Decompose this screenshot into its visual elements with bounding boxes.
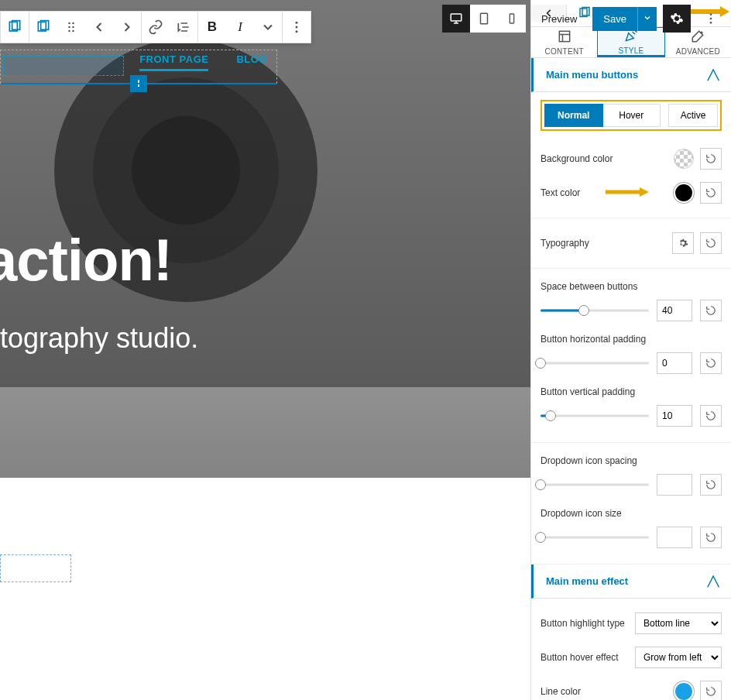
svg-rect-1 bbox=[481, 13, 488, 24]
svg-point-13 bbox=[72, 26, 74, 29]
panel-main-menu-buttons[interactable]: Main menu buttons ╱╲ bbox=[531, 58, 731, 92]
v-padding-input[interactable] bbox=[657, 405, 692, 427]
v-padding-slider[interactable] bbox=[541, 410, 649, 421]
dd-spacing-slider[interactable] bbox=[541, 479, 649, 490]
nav-item-front-page[interactable]: FRONT PAGE bbox=[139, 50, 208, 65]
tab-content-label: CONTENT bbox=[544, 47, 583, 56]
settings-button[interactable] bbox=[663, 5, 691, 33]
typography-label: Typography bbox=[541, 238, 589, 249]
text-color-label: Text color bbox=[541, 187, 580, 198]
panel-main-menu-buttons-body: Normal Hover Active Background color Tex… bbox=[531, 92, 731, 564]
device-desktop-button[interactable] bbox=[442, 5, 470, 33]
state-toggle-group: Normal Hover Active bbox=[541, 100, 722, 131]
svg-rect-0 bbox=[451, 14, 462, 21]
v-padding-block: Button vertical padding bbox=[541, 382, 722, 434]
h-padding-label: Button horizontal padding bbox=[541, 334, 722, 345]
save-dropdown-button[interactable] bbox=[637, 7, 657, 31]
panel-main-menu-effect-body: Button highlight type Bottom line Button… bbox=[531, 599, 731, 700]
state-hover-button[interactable]: Hover bbox=[603, 104, 661, 127]
state-normal-button[interactable]: Normal bbox=[544, 104, 603, 127]
dd-size-reset[interactable] bbox=[700, 527, 722, 548]
settings-sidebar: Menu Item CONTENT STYLE ADVANCED Main me… bbox=[530, 0, 731, 700]
v-padding-reset[interactable] bbox=[700, 405, 722, 427]
save-button[interactable]: Save bbox=[592, 7, 637, 31]
annotation-arrow-icon bbox=[604, 187, 650, 200]
svg-point-4 bbox=[710, 18, 712, 20]
move-right-button[interactable] bbox=[113, 12, 141, 43]
hover-effect-select[interactable]: Grow from left bbox=[635, 647, 722, 668]
block-toolbar: B I bbox=[0, 11, 311, 43]
panel-main-menu-effect-label: Main menu effect bbox=[546, 575, 628, 587]
text-color-reset[interactable] bbox=[700, 182, 722, 204]
parent-block-icon[interactable] bbox=[29, 12, 57, 43]
h-padding-reset[interactable] bbox=[700, 352, 722, 374]
submenu-button[interactable] bbox=[170, 12, 197, 43]
bold-button[interactable]: B bbox=[198, 12, 226, 43]
svg-rect-2 bbox=[510, 14, 513, 23]
highlight-type-select[interactable]: Bottom line bbox=[635, 612, 722, 634]
svg-point-18 bbox=[296, 30, 298, 33]
dd-spacing-block: Dropdown icon spacing bbox=[541, 451, 722, 503]
h-padding-input[interactable] bbox=[657, 352, 692, 374]
chevron-up-icon: ╱╲ bbox=[708, 576, 719, 587]
dd-size-block: Dropdown icon size bbox=[541, 503, 722, 556]
space-between-input[interactable] bbox=[657, 300, 692, 321]
line-color-reset[interactable] bbox=[700, 681, 722, 700]
empty-block-placeholder[interactable] bbox=[0, 554, 71, 582]
text-color-swatch[interactable] bbox=[674, 183, 694, 203]
italic-button[interactable]: I bbox=[226, 12, 254, 43]
preview-link[interactable]: Preview bbox=[532, 13, 586, 25]
chevron-up-icon: ╱╲ bbox=[708, 70, 719, 81]
block-type-icon[interactable] bbox=[1, 12, 29, 43]
tab-advanced-label: ADVANCED bbox=[676, 47, 720, 56]
device-mobile-button[interactable] bbox=[498, 5, 526, 33]
highlight-type-label: Button highlight type bbox=[541, 618, 625, 629]
highlight-type-row: Button highlight type Bottom line bbox=[541, 606, 722, 640]
hero-subtitle: otography studio. bbox=[0, 322, 198, 355]
link-button[interactable] bbox=[142, 12, 170, 43]
add-block-button[interactable]: + bbox=[130, 75, 147, 92]
svg-point-5 bbox=[710, 22, 712, 24]
svg-point-11 bbox=[72, 22, 74, 25]
svg-point-15 bbox=[72, 30, 74, 33]
background-color-swatch[interactable] bbox=[674, 149, 694, 169]
panel-main-menu-effect[interactable]: Main menu effect ╱╲ bbox=[531, 564, 731, 599]
v-padding-label: Button vertical padding bbox=[541, 386, 722, 397]
nav-item-blog[interactable]: BLOG bbox=[236, 50, 267, 65]
more-options-button[interactable] bbox=[697, 5, 725, 33]
h-padding-slider[interactable] bbox=[541, 358, 649, 369]
typography-settings-button[interactable] bbox=[672, 232, 694, 254]
hover-effect-label: Button hover effect bbox=[541, 652, 619, 663]
dd-spacing-label: Dropdown icon spacing bbox=[541, 455, 722, 466]
drag-handle-icon[interactable] bbox=[57, 12, 85, 43]
save-button-group: Save bbox=[592, 7, 657, 31]
space-between-block: Space between buttons bbox=[541, 276, 722, 329]
hover-effect-row: Button hover effect Grow from left bbox=[541, 640, 722, 674]
dd-size-input[interactable] bbox=[657, 527, 692, 548]
svg-point-17 bbox=[296, 26, 298, 29]
move-left-button[interactable] bbox=[85, 12, 113, 43]
dd-spacing-reset[interactable] bbox=[700, 474, 722, 496]
dd-spacing-input[interactable] bbox=[657, 474, 692, 496]
nav-block[interactable]: FRONT PAGE BLOG + bbox=[0, 50, 277, 84]
typography-reset[interactable] bbox=[700, 232, 722, 254]
background-color-label: Background color bbox=[541, 153, 613, 164]
background-color-row: Background color bbox=[541, 142, 722, 176]
svg-point-10 bbox=[68, 22, 70, 25]
svg-point-12 bbox=[68, 26, 70, 29]
text-dropdown-button[interactable] bbox=[254, 12, 282, 43]
panel-main-menu-buttons-label: Main menu buttons bbox=[546, 69, 638, 81]
device-preview-group bbox=[442, 5, 526, 33]
line-color-row: Line color bbox=[541, 674, 722, 700]
dd-size-slider[interactable] bbox=[541, 532, 649, 543]
block-more-button[interactable] bbox=[283, 12, 311, 43]
space-between-reset[interactable] bbox=[700, 300, 722, 321]
device-tablet-button[interactable] bbox=[470, 5, 498, 33]
line-color-label: Line color bbox=[541, 686, 581, 697]
line-color-swatch[interactable] bbox=[674, 681, 694, 700]
state-active-button[interactable]: Active bbox=[668, 104, 718, 127]
space-between-label: Space between buttons bbox=[541, 281, 722, 292]
background-color-reset[interactable] bbox=[700, 148, 722, 170]
svg-point-16 bbox=[296, 22, 298, 24]
space-between-slider[interactable] bbox=[541, 305, 649, 316]
